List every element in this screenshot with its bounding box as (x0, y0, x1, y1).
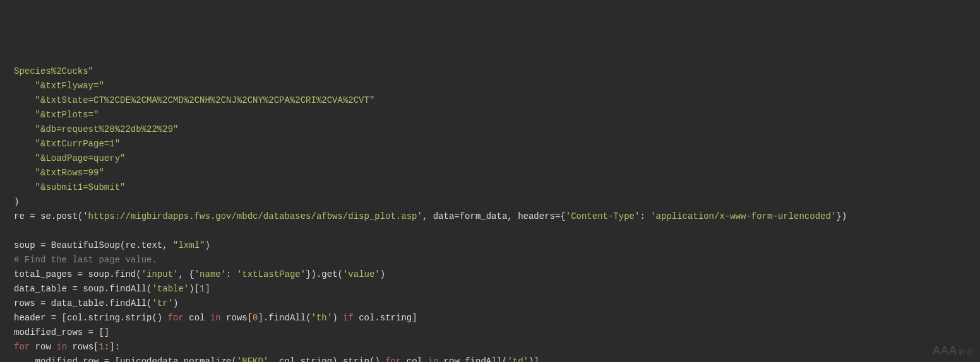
code-line: modified_row = [unicodedata.normalize('N… (14, 354, 966, 362)
code-line (14, 224, 966, 238)
code-line: "&submit1=Submit" (14, 180, 966, 195)
code-line: "&db=request%28%22db%22%29" (14, 122, 966, 137)
code-line: soup = BeautifulSoup(re.text, "lxml") (14, 238, 966, 253)
code-line: "&txtState=CT%2CDE%2CMA%2CMD%2CNH%2CNJ%2… (14, 93, 966, 108)
code-line: "&txtFlyway=" (14, 79, 966, 93)
code-line: for row in rows[1:]: (14, 340, 966, 354)
code-line: data_table = soup.findAll('table')[1] (14, 282, 966, 296)
code-line: re = se.post('https://migbirdapps.fws.go… (14, 209, 966, 224)
code-line: "&txtCurrPage=1" (14, 137, 966, 151)
code-line: # Find the last page value. (14, 253, 966, 267)
watermark: AAA教育 (933, 344, 974, 359)
code-line: total_pages = soup.find('input', {'name'… (14, 267, 966, 282)
code-line: rows = data_table.findAll('tr') (14, 296, 966, 311)
code-line: header = [col.string.strip() for col in … (14, 311, 966, 325)
code-line: Species%2Cucks" (14, 64, 966, 79)
code-block[interactable]: Species%2Cucks" "&txtFlyway=" "&txtState… (14, 64, 966, 362)
code-line: modified_rows = [] (14, 325, 966, 340)
code-line: ) (14, 195, 966, 209)
watermark-sub: 教育 (959, 348, 974, 356)
watermark-text: AAA (933, 344, 957, 357)
code-line: "&LoadPage=query" (14, 151, 966, 166)
code-line: "&txtPlots=" (14, 108, 966, 122)
code-line: "&txtRows=99" (14, 166, 966, 180)
